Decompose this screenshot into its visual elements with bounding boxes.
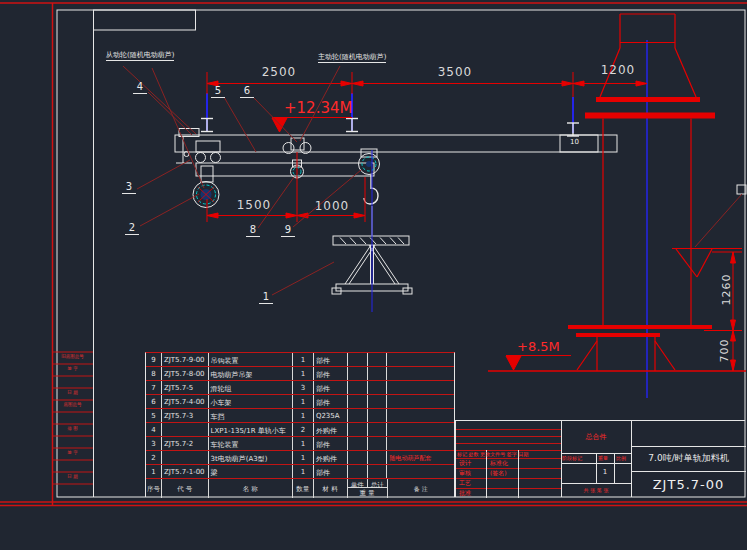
bom-name: 吊钩装置 [208, 353, 292, 366]
balloon-9: 9 [281, 225, 295, 237]
cad-viewport: 从动轮(随机电动葫芦) 主动轮(随机电动葫芦) 2500 3500 1200 1… [0, 0, 747, 550]
level-upper: +12.34M [284, 101, 352, 116]
std-label: 标准化 [490, 460, 508, 466]
balloon-1: 1 [259, 292, 273, 304]
bom-no: 9 [146, 353, 161, 366]
level-symbol-lower [506, 356, 521, 370]
bom-header-row: 序号 代 号 名 称 数量 材 料 单件 总计 重 量 备 注 [146, 479, 454, 498]
table-row: 7 ZJT5.7-5 滑轮组 3 部件 [146, 381, 454, 395]
balloon-4: 4 [133, 82, 147, 94]
sheets-label: 共 张 第 张 [561, 488, 631, 493]
bom-code: ZJT5.7-9-00 [161, 353, 208, 366]
sign-row-check: 审核 [459, 470, 471, 476]
table-row: 3 ZJT5.7-2 车轮装置 1 部件 [146, 437, 454, 451]
beam-section-box [560, 135, 598, 152]
label-driven-wheel: 从动轮(随机电动葫芦) [106, 52, 174, 61]
table-row: 8 ZJT5.7-8-00 电动葫芦吊架 1 部件 [146, 367, 454, 381]
balloon-2: 2 [125, 223, 139, 235]
balloon-3: 3 [122, 182, 136, 194]
monorail-beam [175, 129, 617, 177]
dim-1260: 1260 [720, 268, 733, 312]
strip-label-3: 底图总号 [53, 403, 92, 408]
strip-label-6: 日 期 [53, 475, 92, 480]
bom-table: 9 ZJT5.7-9-00 吊钩装置 1 部件 8 ZJT5.7-8-00 电动… [145, 352, 455, 497]
side-strip-lines [52, 352, 93, 484]
dim-700: 700 [718, 333, 731, 369]
dim-1000: 1000 [306, 200, 358, 212]
table-row: 9 ZJT5.7-9-00 吊钩装置 1 部件 [146, 353, 454, 367]
balloon-6: 6 [240, 86, 254, 98]
table-row: 4 LXP1-135/1R 单轨小车 2 外购件 [146, 423, 454, 437]
dim-1200: 1200 [592, 64, 644, 76]
strip-label-2: 日 期 [53, 391, 92, 396]
strip-label-5: 签 字 [53, 451, 92, 456]
weight-value: 1 [596, 469, 614, 476]
change-header: 标记 处数 更改文件号 签字 日期 [457, 452, 528, 457]
scale-label: 比例 [616, 456, 626, 461]
product-name: 7.0吨/时单轨加料机 [631, 446, 746, 471]
bom-weight-group: 单件 总计 重 量 [347, 479, 387, 498]
stage-label: 阶段标记 [562, 456, 582, 461]
table-row: 5 ZJT5.7-3 车挡 1 Q235A [146, 409, 454, 423]
beam-end-mark: 10 [570, 139, 579, 146]
dim-1500: 1500 [228, 199, 280, 211]
hook [364, 188, 378, 204]
strip-label-0: 旧底图总号 [53, 355, 92, 360]
sign-row-approve: 批准 [459, 490, 471, 496]
sign-row-process: 工艺 [459, 480, 471, 486]
title-block: 标记 处数 更改文件号 签字 日期 设计 审核 工艺 批准 标准化 (签名) 总… [455, 420, 745, 497]
dim-3500: 3500 [428, 66, 482, 78]
bom-mat: 部件 [313, 353, 347, 366]
platform [568, 325, 712, 329]
sign-row-design: 设计 [459, 460, 471, 466]
centerlines [207, 40, 647, 398]
balloon-8: 8 [246, 225, 260, 237]
corner-box [94, 10, 196, 30]
dim-2500: 2500 [252, 66, 306, 78]
table-row: 1 ZJT5.7-1-00 梁 1 部件 [146, 465, 454, 479]
bom-remark [386, 353, 454, 366]
level-lower: +8.5M [517, 340, 560, 353]
strip-label-1: 签 字 [53, 367, 92, 372]
weight-label: 重量 [598, 456, 608, 461]
ibeam-symbols [201, 119, 579, 137]
sign-hint: (签名) [490, 470, 507, 476]
strip-label-4: 描 图 [53, 427, 92, 432]
table-row: 6 ZJT5.7-4-00 小车架 1 部件 [146, 395, 454, 409]
part-type: 总合件 [561, 434, 631, 441]
table-row: 2 3t电动葫芦(A3型) 1 外购件 随电动葫芦配套 [146, 451, 454, 465]
balloon-5: 5 [211, 86, 225, 98]
label-drive-wheel: 主动轮(随机电动葫芦) [318, 54, 386, 63]
drawing-number: ZJT5.7-00 [631, 471, 746, 498]
pulley-hub [366, 161, 372, 167]
bom-qty: 1 [292, 353, 313, 366]
